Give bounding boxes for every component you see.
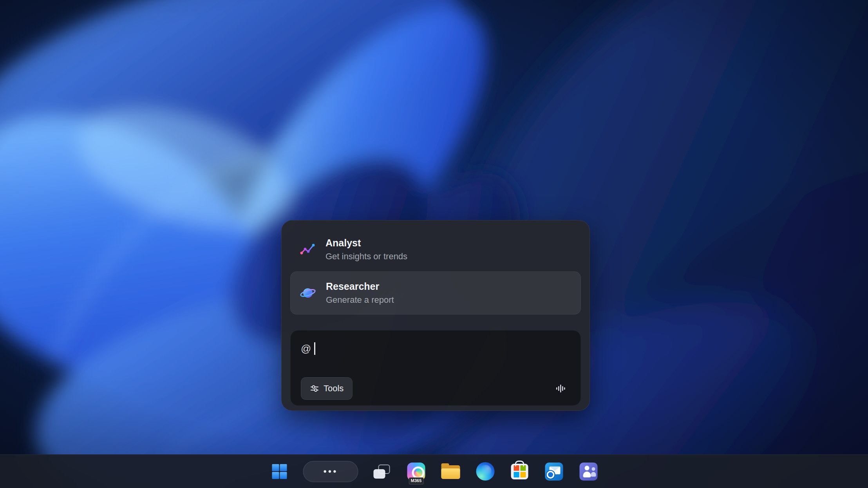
analyst-chart-icon	[299, 241, 316, 258]
m365-badge: M365	[409, 477, 424, 484]
start-button[interactable]	[269, 461, 291, 483]
search-dots-label: •••	[323, 467, 338, 476]
copilot-m365-button[interactable]: M365	[405, 461, 427, 483]
edge-button[interactable]	[474, 461, 496, 483]
microsoft-store-button[interactable]	[509, 461, 531, 483]
task-view-icon	[374, 465, 390, 479]
store-icon	[511, 464, 528, 479]
teams-button[interactable]	[578, 461, 600, 483]
edge-icon	[476, 462, 494, 481]
folder-icon	[441, 464, 460, 479]
file-explorer-button[interactable]	[440, 461, 462, 483]
tools-label: Tools	[324, 383, 344, 394]
task-view-button[interactable]	[371, 461, 393, 483]
taskbar-search[interactable]: •••	[303, 461, 358, 482]
text-cursor	[314, 342, 315, 355]
tools-button[interactable]: Tools	[301, 377, 353, 400]
teams-icon	[580, 463, 598, 481]
menu-item-analyst[interactable]: Analyst Get insights or trends	[290, 228, 581, 271]
voice-input-button[interactable]	[555, 383, 566, 394]
voice-waveform-icon	[555, 383, 566, 394]
researcher-planet-icon	[299, 284, 316, 302]
outlook-icon	[545, 463, 563, 481]
taskbar-icon-group: ••• M365	[269, 455, 600, 488]
sliders-icon	[310, 384, 319, 393]
menu-item-subtitle: Get insights or trends	[326, 252, 407, 261]
copilot-input[interactable]: @	[301, 342, 571, 355]
outlook-button[interactable]	[543, 461, 565, 483]
taskbar: ••• M365	[0, 454, 868, 488]
menu-item-subtitle: Generate a report	[326, 295, 394, 305]
menu-item-researcher[interactable]: Researcher Generate a report	[290, 271, 581, 314]
windows-start-icon	[271, 463, 288, 480]
menu-item-title: Analyst	[326, 238, 407, 249]
copilot-input-value: @	[301, 343, 311, 355]
menu-item-title: Researcher	[326, 281, 394, 292]
copilot-flyout: Analyst Get insights or trends Researche…	[281, 220, 590, 411]
copilot-input-card: @ Tools	[290, 330, 581, 406]
